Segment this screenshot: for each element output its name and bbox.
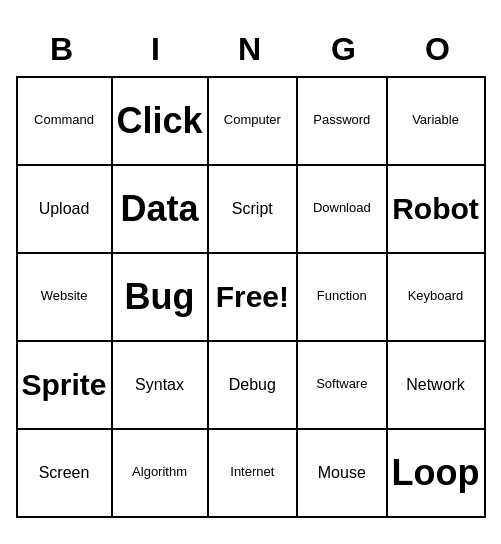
bingo-cell: Free!: [209, 254, 298, 342]
cell-text: Website: [41, 289, 88, 303]
bingo-cell: Click: [113, 78, 209, 166]
bingo-cell: Variable: [388, 78, 486, 166]
cell-text: Computer: [224, 113, 281, 127]
cell-text: Variable: [412, 113, 459, 127]
cell-text: Network: [406, 376, 465, 394]
cell-text: Software: [316, 377, 367, 391]
header-letter: N: [204, 27, 298, 72]
bingo-cell: Internet: [209, 430, 298, 518]
bingo-cell: Website: [18, 254, 113, 342]
cell-text: Free!: [216, 280, 289, 313]
bingo-cell: Password: [298, 78, 387, 166]
bingo-cell: Screen: [18, 430, 113, 518]
bingo-cell: Algorithm: [113, 430, 209, 518]
bingo-cell: Syntax: [113, 342, 209, 430]
bingo-cell: Debug: [209, 342, 298, 430]
cell-text: Sprite: [22, 368, 107, 401]
cell-text: Download: [313, 201, 371, 215]
bingo-cell: Function: [298, 254, 387, 342]
bingo-header: BINGO: [16, 27, 486, 72]
bingo-cell: Script: [209, 166, 298, 254]
bingo-cell: Bug: [113, 254, 209, 342]
cell-text: Command: [34, 113, 94, 127]
bingo-cell: Mouse: [298, 430, 387, 518]
cell-text: Algorithm: [132, 465, 187, 479]
cell-text: Keyboard: [408, 289, 464, 303]
cell-text: Function: [317, 289, 367, 303]
bingo-cell: Sprite: [18, 342, 113, 430]
bingo-cell: Robot: [388, 166, 486, 254]
bingo-cell: Network: [388, 342, 486, 430]
bingo-cell: Command: [18, 78, 113, 166]
bingo-cell: Software: [298, 342, 387, 430]
cell-text: Loop: [392, 453, 480, 493]
cell-text: Internet: [230, 465, 274, 479]
header-letter: G: [298, 27, 392, 72]
header-letter: I: [110, 27, 204, 72]
bingo-card: BINGO CommandClickComputerPasswordVariab…: [16, 27, 486, 518]
cell-text: Upload: [39, 200, 90, 218]
bingo-cell: Keyboard: [388, 254, 486, 342]
cell-text: Script: [232, 200, 273, 218]
bingo-cell: Computer: [209, 78, 298, 166]
header-letter: B: [16, 27, 110, 72]
bingo-cell: Data: [113, 166, 209, 254]
cell-text: Screen: [39, 464, 90, 482]
cell-text: Debug: [229, 376, 276, 394]
cell-text: Data: [121, 189, 199, 229]
cell-text: Syntax: [135, 376, 184, 394]
bingo-cell: Download: [298, 166, 387, 254]
bingo-cell: Loop: [388, 430, 486, 518]
bingo-grid: CommandClickComputerPasswordVariableUplo…: [16, 76, 486, 518]
header-letter: O: [392, 27, 486, 72]
cell-text: Robot: [392, 192, 479, 225]
cell-text: Password: [313, 113, 370, 127]
cell-text: Bug: [125, 277, 195, 317]
cell-text: Click: [117, 101, 203, 141]
bingo-cell: Upload: [18, 166, 113, 254]
cell-text: Mouse: [318, 464, 366, 482]
